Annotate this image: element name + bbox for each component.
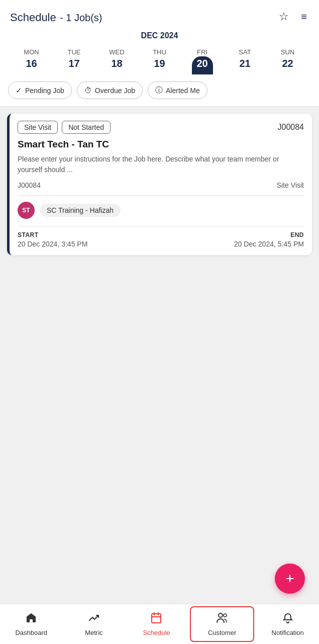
filter-chips: ✓ Pending Job ⏱ Overdue Job ⓘ Alerted Me bbox=[0, 74, 319, 107]
job-tags: Site Visit Not Started bbox=[18, 121, 111, 134]
assignee-row: ST SC Training - Hafizah bbox=[18, 202, 304, 219]
nav-dashboard[interactable]: Dashboard bbox=[0, 604, 63, 644]
nav-schedule[interactable]: Schedule bbox=[125, 604, 188, 644]
dashboard-label: Dashboard bbox=[15, 629, 47, 636]
header: Schedule - 1 Job(s) ☆ ≡ DEC 2024 MON 16 … bbox=[0, 0, 319, 74]
bottom-nav: Dashboard Metric Schedule bbox=[0, 604, 319, 644]
end-time-block: END 20 Dec 2024, 5:45 PM bbox=[234, 231, 304, 248]
job-tags-row: Site Visit Not Started J00084 bbox=[18, 121, 304, 134]
start-time-block: START 20 Dec 2024, 3:45 PM bbox=[18, 231, 87, 248]
alerted-me-label: Alerted Me bbox=[166, 87, 200, 95]
start-value: 20 Dec 2024, 3:45 PM bbox=[18, 240, 87, 248]
main-content: Site Visit Not Started J00084 Smart Tech… bbox=[0, 107, 319, 644]
nav-notification[interactable]: Notification bbox=[256, 604, 319, 644]
plus-icon: + bbox=[285, 571, 294, 586]
filter-button[interactable]: ≡ bbox=[299, 8, 309, 25]
job-description: Please enter your instructions for the J… bbox=[18, 154, 304, 175]
end-label: END bbox=[290, 231, 304, 238]
overdue-job-chip[interactable]: ⏱ Overdue Job bbox=[77, 82, 143, 99]
customer-icon bbox=[216, 612, 228, 627]
nav-customer[interactable]: Customer bbox=[190, 606, 255, 642]
subtitle-text: - 1 Job(s) bbox=[60, 12, 102, 23]
svg-point-4 bbox=[219, 613, 223, 617]
divider-1 bbox=[18, 195, 304, 196]
notification-icon bbox=[282, 612, 294, 627]
day-sat[interactable]: SAT 21 bbox=[224, 45, 266, 74]
customer-label: Customer bbox=[208, 629, 236, 636]
day-mon[interactable]: MON 16 bbox=[10, 45, 53, 74]
site-visit-tag: Site Visit bbox=[18, 121, 58, 134]
favorite-button[interactable]: ☆ bbox=[277, 8, 291, 25]
title-text: Schedule bbox=[10, 11, 56, 24]
pending-job-label: Pending Job bbox=[25, 87, 64, 95]
home-icon bbox=[25, 612, 37, 627]
time-row: START 20 Dec 2024, 3:45 PM END 20 Dec 20… bbox=[18, 231, 304, 248]
metric-icon bbox=[88, 612, 100, 627]
avatar: ST bbox=[18, 202, 35, 219]
job-id-top: J00084 bbox=[278, 123, 304, 132]
day-selector: MON 16 TUE 17 WED 18 THU 19 FRI 20 SAT 2… bbox=[10, 45, 309, 74]
start-label: START bbox=[18, 231, 87, 238]
info-icon: ⓘ bbox=[155, 86, 163, 95]
page-title: Schedule - 1 Job(s) bbox=[10, 9, 102, 25]
day-fri[interactable]: FRI 20 bbox=[181, 45, 224, 74]
overdue-job-label: Overdue Job bbox=[95, 87, 135, 95]
divider-2 bbox=[18, 226, 304, 226]
svg-point-5 bbox=[224, 614, 227, 617]
day-sun[interactable]: SUN 22 bbox=[266, 45, 309, 74]
month-label: DEC 2024 bbox=[10, 31, 309, 40]
end-value: 20 Dec 2024, 5:45 PM bbox=[234, 240, 304, 248]
schedule-label: Schedule bbox=[143, 629, 170, 636]
assignee-name: SC Training - Hafizah bbox=[40, 204, 121, 217]
schedule-icon bbox=[150, 612, 162, 627]
add-fab-button[interactable]: + bbox=[275, 564, 305, 594]
job-meta-type: Site Visit bbox=[277, 181, 304, 189]
alerted-me-chip[interactable]: ⓘ Alerted Me bbox=[148, 82, 207, 99]
star-icon: ☆ bbox=[279, 10, 289, 23]
job-card[interactable]: Site Visit Not Started J00084 Smart Tech… bbox=[7, 114, 312, 255]
filter-icon: ≡ bbox=[301, 11, 307, 22]
pending-job-chip[interactable]: ✓ Pending Job bbox=[8, 82, 72, 99]
notification-label: Notification bbox=[272, 629, 304, 636]
not-started-tag: Not Started bbox=[62, 121, 111, 134]
check-circle-icon: ✓ bbox=[16, 86, 22, 95]
header-icons: ☆ ≡ bbox=[277, 8, 309, 25]
day-tue[interactable]: TUE 17 bbox=[53, 45, 95, 74]
nav-metric[interactable]: Metric bbox=[63, 604, 126, 644]
day-wed[interactable]: WED 18 bbox=[95, 45, 138, 74]
metric-label: Metric bbox=[85, 629, 102, 636]
job-title: Smart Tech - Tan TC bbox=[18, 139, 304, 150]
job-meta-row: J00084 Site Visit bbox=[18, 181, 304, 189]
svg-rect-0 bbox=[152, 614, 161, 623]
avatar-initials: ST bbox=[22, 207, 30, 214]
job-meta-id: J00084 bbox=[18, 181, 41, 189]
day-thu[interactable]: THU 19 bbox=[138, 45, 181, 74]
clock-icon: ⏱ bbox=[84, 86, 92, 95]
